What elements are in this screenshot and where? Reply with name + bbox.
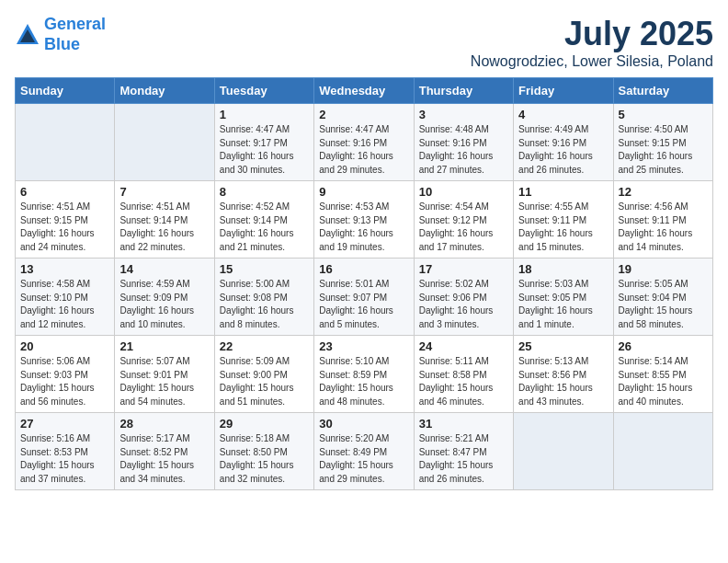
day-info: Sunrise: 5:10 AM Sunset: 8:59 PM Dayligh… — [319, 355, 408, 408]
day-number: 19 — [619, 262, 708, 276]
header-wednesday: Wednesday — [314, 78, 414, 104]
logo: General Blue — [15, 15, 106, 54]
header-monday: Monday — [115, 78, 214, 104]
calendar-cell: 26Sunrise: 5:14 AM Sunset: 8:55 PM Dayli… — [613, 336, 712, 413]
calendar-table: SundayMondayTuesdayWednesdayThursdayFrid… — [15, 77, 713, 490]
day-number: 22 — [220, 339, 309, 353]
calendar-cell: 8Sunrise: 4:52 AM Sunset: 9:14 PM Daylig… — [214, 181, 313, 259]
calendar-cell — [613, 413, 712, 490]
calendar-cell: 4Sunrise: 4:49 AM Sunset: 9:16 PM Daylig… — [514, 104, 613, 181]
day-info: Sunrise: 5:02 AM Sunset: 9:06 PM Dayligh… — [419, 278, 508, 331]
day-number: 1 — [220, 108, 309, 121]
calendar-cell — [16, 104, 115, 181]
day-info: Sunrise: 5:13 AM Sunset: 8:56 PM Dayligh… — [518, 355, 608, 408]
day-number: 7 — [119, 185, 209, 199]
calendar-cell: 14Sunrise: 4:59 AM Sunset: 9:09 PM Dayli… — [115, 259, 214, 336]
day-info: Sunrise: 4:55 AM Sunset: 9:11 PM Dayligh… — [518, 201, 608, 254]
day-info: Sunrise: 4:47 AM Sunset: 9:16 PM Dayligh… — [319, 123, 408, 177]
calendar-cell: 7Sunrise: 4:51 AM Sunset: 9:14 PM Daylig… — [115, 181, 214, 259]
day-number: 27 — [20, 417, 109, 431]
day-number: 8 — [220, 185, 309, 199]
day-number: 30 — [319, 417, 408, 431]
day-info: Sunrise: 4:51 AM Sunset: 9:15 PM Dayligh… — [20, 201, 109, 254]
calendar-cell: 3Sunrise: 4:48 AM Sunset: 9:16 PM Daylig… — [414, 104, 513, 181]
day-info: Sunrise: 4:52 AM Sunset: 9:14 PM Dayligh… — [220, 201, 309, 254]
logo-text: General Blue — [44, 15, 106, 54]
calendar-week-3: 13Sunrise: 4:58 AM Sunset: 9:10 PM Dayli… — [16, 259, 713, 336]
day-info: Sunrise: 4:47 AM Sunset: 9:17 PM Dayligh… — [220, 123, 309, 177]
calendar-header-row: SundayMondayTuesdayWednesdayThursdayFrid… — [16, 78, 713, 104]
calendar-cell: 5Sunrise: 4:50 AM Sunset: 9:15 PM Daylig… — [613, 104, 712, 181]
day-info: Sunrise: 4:53 AM Sunset: 9:13 PM Dayligh… — [319, 201, 408, 254]
calendar-cell: 23Sunrise: 5:10 AM Sunset: 8:59 PM Dayli… — [314, 336, 414, 413]
calendar-cell: 10Sunrise: 4:54 AM Sunset: 9:12 PM Dayli… — [414, 181, 513, 259]
logo-line1: General — [44, 15, 106, 33]
day-info: Sunrise: 5:03 AM Sunset: 9:05 PM Dayligh… — [518, 278, 608, 331]
day-number: 11 — [518, 185, 608, 199]
header: General Blue July 2025 Nowogrodziec, Low… — [15, 15, 713, 70]
day-info: Sunrise: 5:00 AM Sunset: 9:08 PM Dayligh… — [220, 278, 309, 331]
day-info: Sunrise: 4:58 AM Sunset: 9:10 PM Dayligh… — [20, 278, 109, 331]
day-info: Sunrise: 4:49 AM Sunset: 9:16 PM Dayligh… — [518, 123, 608, 177]
calendar-cell: 22Sunrise: 5:09 AM Sunset: 9:00 PM Dayli… — [214, 336, 313, 413]
day-info: Sunrise: 5:09 AM Sunset: 9:00 PM Dayligh… — [220, 355, 309, 408]
day-info: Sunrise: 5:07 AM Sunset: 9:01 PM Dayligh… — [119, 355, 209, 408]
day-number: 25 — [518, 339, 608, 353]
day-number: 13 — [20, 262, 109, 276]
calendar-cell: 24Sunrise: 5:11 AM Sunset: 8:58 PM Dayli… — [414, 336, 513, 413]
day-number: 31 — [419, 417, 508, 431]
calendar-week-5: 27Sunrise: 5:16 AM Sunset: 8:53 PM Dayli… — [16, 413, 713, 490]
day-number: 18 — [518, 262, 608, 276]
day-number: 26 — [619, 339, 708, 353]
logo-line2: Blue — [44, 35, 80, 53]
calendar-cell: 28Sunrise: 5:17 AM Sunset: 8:52 PM Dayli… — [115, 413, 214, 490]
subtitle: Nowogrodziec, Lower Silesia, Poland — [471, 53, 713, 70]
day-number: 24 — [419, 339, 508, 353]
day-info: Sunrise: 5:01 AM Sunset: 9:07 PM Dayligh… — [319, 278, 408, 331]
calendar-cell: 30Sunrise: 5:20 AM Sunset: 8:49 PM Dayli… — [314, 413, 414, 490]
calendar-cell: 12Sunrise: 4:56 AM Sunset: 9:11 PM Dayli… — [613, 181, 712, 259]
calendar-week-1: 1Sunrise: 4:47 AM Sunset: 9:17 PM Daylig… — [16, 104, 713, 181]
day-number: 10 — [419, 185, 508, 199]
calendar-cell: 17Sunrise: 5:02 AM Sunset: 9:06 PM Dayli… — [414, 259, 513, 336]
day-number: 15 — [220, 262, 309, 276]
calendar-cell — [514, 413, 613, 490]
calendar-week-2: 6Sunrise: 4:51 AM Sunset: 9:15 PM Daylig… — [16, 181, 713, 259]
calendar-cell: 18Sunrise: 5:03 AM Sunset: 9:05 PM Dayli… — [514, 259, 613, 336]
calendar-cell: 27Sunrise: 5:16 AM Sunset: 8:53 PM Dayli… — [16, 413, 115, 490]
day-info: Sunrise: 4:48 AM Sunset: 9:16 PM Dayligh… — [419, 123, 508, 177]
day-number: 16 — [319, 262, 408, 276]
day-info: Sunrise: 4:50 AM Sunset: 9:15 PM Dayligh… — [619, 123, 708, 177]
day-info: Sunrise: 5:14 AM Sunset: 8:55 PM Dayligh… — [619, 355, 708, 408]
day-info: Sunrise: 5:16 AM Sunset: 8:53 PM Dayligh… — [20, 432, 109, 486]
day-number: 28 — [119, 417, 209, 431]
calendar-cell: 13Sunrise: 4:58 AM Sunset: 9:10 PM Dayli… — [16, 259, 115, 336]
day-info: Sunrise: 5:11 AM Sunset: 8:58 PM Dayligh… — [419, 355, 508, 408]
calendar-cell: 31Sunrise: 5:21 AM Sunset: 8:47 PM Dayli… — [414, 413, 513, 490]
day-info: Sunrise: 4:54 AM Sunset: 9:12 PM Dayligh… — [419, 201, 508, 254]
calendar-cell: 16Sunrise: 5:01 AM Sunset: 9:07 PM Dayli… — [314, 259, 414, 336]
calendar-week-4: 20Sunrise: 5:06 AM Sunset: 9:03 PM Dayli… — [16, 336, 713, 413]
day-number: 3 — [419, 108, 508, 121]
day-info: Sunrise: 5:05 AM Sunset: 9:04 PM Dayligh… — [619, 278, 708, 331]
day-info: Sunrise: 4:51 AM Sunset: 9:14 PM Dayligh… — [119, 201, 209, 254]
header-saturday: Saturday — [613, 78, 712, 104]
title-block: July 2025 Nowogrodziec, Lower Silesia, P… — [471, 15, 713, 70]
calendar-cell: 6Sunrise: 4:51 AM Sunset: 9:15 PM Daylig… — [16, 181, 115, 259]
day-number: 6 — [20, 185, 109, 199]
day-number: 14 — [119, 262, 209, 276]
day-number: 4 — [518, 108, 608, 121]
calendar-cell: 2Sunrise: 4:47 AM Sunset: 9:16 PM Daylig… — [314, 104, 414, 181]
header-friday: Friday — [514, 78, 613, 104]
day-number: 17 — [419, 262, 508, 276]
day-info: Sunrise: 4:59 AM Sunset: 9:09 PM Dayligh… — [119, 278, 209, 331]
calendar-cell: 20Sunrise: 5:06 AM Sunset: 9:03 PM Dayli… — [16, 336, 115, 413]
day-info: Sunrise: 5:21 AM Sunset: 8:47 PM Dayligh… — [419, 432, 508, 486]
day-info: Sunrise: 5:18 AM Sunset: 8:50 PM Dayligh… — [220, 432, 309, 486]
day-number: 29 — [220, 417, 309, 431]
day-number: 9 — [319, 185, 408, 199]
day-number: 20 — [20, 339, 109, 353]
day-info: Sunrise: 5:17 AM Sunset: 8:52 PM Dayligh… — [119, 432, 209, 486]
calendar-cell: 25Sunrise: 5:13 AM Sunset: 8:56 PM Dayli… — [514, 336, 613, 413]
calendar-cell: 21Sunrise: 5:07 AM Sunset: 9:01 PM Dayli… — [115, 336, 214, 413]
